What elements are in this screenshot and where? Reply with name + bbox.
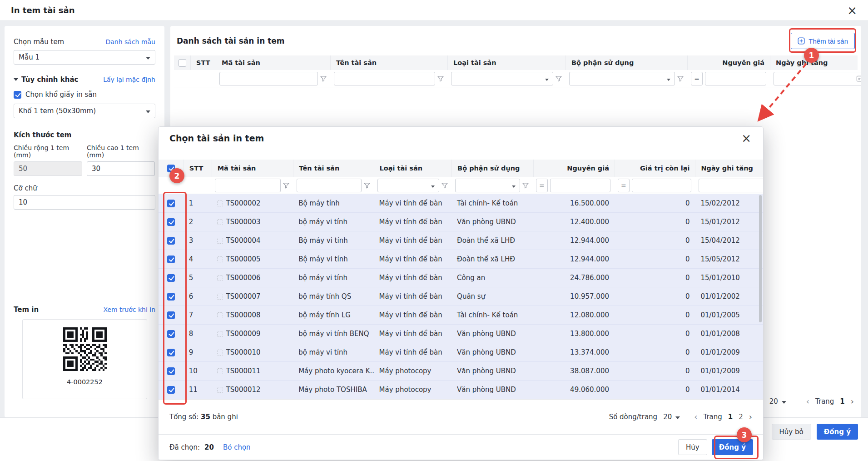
page-2[interactable]: 2 (739, 413, 743, 421)
current-page-number[interactable]: 1 (840, 397, 844, 406)
row-checkbox[interactable] (167, 349, 175, 356)
print-asset-label-window: In tem tài sản × Chọn mẫu tem Danh sách … (0, 0, 868, 461)
preview-link[interactable]: Xem trước khi in (103, 306, 155, 313)
filter-funnel-icon[interactable] (677, 75, 684, 82)
calendar-icon[interactable] (856, 75, 861, 82)
filter-date-input[interactable] (774, 72, 861, 85)
prev-page-chevron[interactable]: ‹ (806, 397, 809, 406)
table-row[interactable]: 1 TS000002 Bộ máy tính Máy vi tính để bà… (159, 194, 763, 213)
table-row[interactable]: 8 TS000009 bộ máy vi tính BENQ Máy vi tí… (159, 325, 763, 343)
table-row[interactable]: 10 TS000011 Máy photo kyocera K... Máy p… (159, 362, 763, 381)
paper-size-select[interactable]: Khổ 1 tem (50x30mm) (14, 104, 155, 118)
cell-record-date: 01/01/2002 (695, 287, 763, 306)
cell-department: Văn phòng UBND (451, 343, 533, 361)
row-checkbox[interactable] (167, 274, 175, 282)
filter-date-text[interactable] (702, 182, 764, 189)
cell-remaining-value: 0 (615, 343, 695, 361)
filter-cost-input[interactable] (550, 179, 610, 192)
template-select[interactable]: Mẫu 1 (14, 50, 155, 65)
add-asset-button[interactable]: Thêm tài sản (791, 33, 855, 49)
cell-stt: 6 (184, 287, 212, 306)
qr-code-image (23, 327, 147, 373)
template-list-link[interactable]: Danh sách mẫu (105, 38, 155, 45)
table-row[interactable]: 3 TS000004 Bộ máy vi tính Máy vi tính để… (159, 231, 763, 250)
width-input[interactable] (14, 161, 82, 176)
row-checkbox[interactable] (167, 256, 175, 263)
table-row[interactable]: 7 TS000008 bộ máy tính LG Máy vi tính để… (159, 306, 763, 325)
rows-per-page-select[interactable]: 20 (769, 397, 786, 406)
row-checkbox[interactable] (167, 330, 175, 338)
filter-funnel-icon[interactable] (441, 182, 448, 189)
window-close-icon[interactable]: × (847, 5, 857, 16)
filter-asset-type-select[interactable] (377, 179, 439, 192)
filter-funnel-icon[interactable] (364, 182, 370, 189)
filter-funnel-icon[interactable] (283, 182, 289, 189)
cell-asset-name: bộ máy vi tính (293, 213, 373, 231)
table-row[interactable]: 9 TS000010 bộ máy vi tính Máy vi tính để… (159, 343, 763, 362)
row-checkbox[interactable] (167, 200, 175, 207)
cell-stt: 8 (184, 325, 212, 343)
clear-selection-link[interactable]: Bỏ chọn (223, 443, 251, 451)
font-size-input[interactable] (14, 195, 155, 210)
row-checkbox[interactable] (167, 386, 175, 394)
filter-asset-name-input[interactable] (334, 72, 435, 85)
caret-down-icon (782, 397, 786, 406)
filter-remaining-input[interactable] (632, 179, 691, 192)
filter-department-select[interactable] (569, 72, 675, 85)
filter-funnel-icon[interactable] (522, 182, 529, 189)
modal-close-icon[interactable]: × (741, 132, 751, 144)
cell-asset-code: TS000007 (226, 287, 261, 306)
row-checkbox[interactable] (167, 293, 175, 301)
page-1[interactable]: 1 (728, 413, 733, 421)
filter-equals-operator[interactable]: = (691, 72, 703, 85)
filter-equals-operator[interactable]: = (536, 179, 548, 192)
reset-default-link[interactable]: Lấy lại mặc định (103, 76, 155, 83)
filter-funnel-icon[interactable] (437, 75, 444, 82)
filter-cost-input[interactable] (705, 72, 766, 85)
row-checkbox[interactable] (167, 367, 175, 375)
cell-department: Văn phòng UBND (451, 213, 533, 231)
filter-department-select[interactable] (455, 179, 520, 192)
next-page-chevron[interactable]: › (851, 397, 854, 406)
col-department: Bộ phận sử dụng (451, 160, 533, 177)
cell-asset-type: Máy vi tính để bàn (374, 194, 451, 212)
paper-size-checkbox[interactable] (14, 91, 21, 99)
prev-page-chevron[interactable]: ‹ (694, 413, 697, 421)
cancel-button[interactable]: Hủy bỏ (772, 424, 811, 440)
filter-date-text[interactable] (777, 75, 856, 82)
filter-asset-name-input[interactable] (297, 179, 362, 192)
customize-section[interactable]: Tùy chỉnh khác (14, 75, 78, 84)
modal-table-scrollbar[interactable] (759, 195, 762, 322)
filter-funnel-icon[interactable] (556, 75, 562, 82)
row-checkbox[interactable] (167, 311, 175, 319)
filter-equals-operator[interactable]: = (618, 179, 630, 192)
next-page-chevron[interactable]: › (749, 413, 752, 421)
select-all-checkbox[interactable] (179, 59, 186, 67)
font-size-label: Cỡ chữ (14, 184, 155, 192)
cell-stt: 2 (184, 213, 212, 231)
row-checkbox[interactable] (167, 218, 175, 226)
filter-asset-code-input[interactable] (215, 179, 281, 192)
cell-asset-name: Máy photo kyocera K... (293, 362, 373, 380)
ok-button[interactable]: Đồng ý (817, 424, 858, 440)
filter-asset-type-select[interactable] (451, 72, 553, 85)
cell-department: Đoàn thể xã LHĐ (451, 250, 533, 268)
rows-per-page-select[interactable]: 20 (663, 413, 680, 421)
table-row[interactable]: 5 TS000006 bộ máy vi tính Máy vi tính để… (159, 269, 763, 287)
cell-asset-name: bộ máy vi tính (293, 343, 373, 361)
modal-cancel-button[interactable]: Hủy (678, 439, 707, 455)
preview-label: Tem in (14, 306, 39, 314)
height-input[interactable] (87, 161, 155, 176)
filter-asset-code-input[interactable] (219, 72, 318, 85)
modal-filter-row: = = (159, 177, 763, 194)
row-checkbox[interactable] (167, 237, 175, 245)
caret-down-icon (545, 75, 549, 83)
filter-date-input[interactable] (699, 179, 764, 192)
filter-funnel-icon[interactable] (320, 75, 327, 82)
table-row[interactable]: 11 TS000012 Máy photo TOSHIBA Máy photoc… (159, 381, 763, 399)
table-row[interactable]: 6 TS000007 bộ máy tính QS Máy vi tính để… (159, 287, 763, 306)
cell-record-date: 01/01/2005 (695, 306, 763, 324)
table-row[interactable]: 2 TS000003 bộ máy vi tính Máy vi tính để… (159, 213, 763, 231)
total-count: 35 (201, 413, 210, 421)
table-row[interactable]: 4 TS000005 Bộ máy vi tính Máy vi tính để… (159, 250, 763, 269)
